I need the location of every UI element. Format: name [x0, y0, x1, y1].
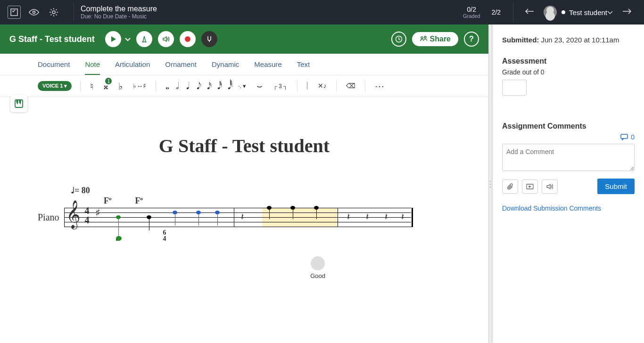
audio-icon[interactable] [158, 31, 174, 47]
score-canvas[interactable]: G Staff - Test student ♩= 80 Fo Fo Piano [0, 97, 488, 343]
submit-comment-button[interactable]: Submit [597, 179, 635, 194]
play-button[interactable] [105, 31, 121, 47]
graded-count: 0/2 [463, 6, 480, 13]
share-button[interactable]: Share [412, 32, 458, 46]
sixteenth-note-icon[interactable]: 𝅘𝅥𝅯 [206, 81, 208, 91]
tempo-marking: ♩= 80 [71, 185, 451, 196]
submission-preview: G Staff - Test student Share [0, 24, 488, 343]
half-note-icon[interactable]: 𝅗𝅥 [175, 81, 177, 91]
student-avatar[interactable] [544, 6, 557, 19]
tab-document[interactable]: Document [38, 60, 70, 68]
tuplet-icon[interactable]: ┌ 3 ┐ [272, 83, 288, 90]
graded-label: Graded [463, 13, 480, 19]
svg-point-5 [421, 37, 423, 39]
assignment-header: Complete the measure Due: No Due Date - … [81, 5, 157, 20]
sixtyfourth-note-icon[interactable]: 𝅘𝅥𝅱 [227, 81, 229, 91]
comment-textarea[interactable] [502, 144, 635, 171]
score-title: G Staff - Test student [38, 135, 451, 157]
chord-2: Fo [135, 196, 143, 206]
flat-icon[interactable]: ♭ [117, 81, 124, 92]
submitted-timestamp: Submitted: Jun 23, 2020 at 10:11am [502, 36, 635, 44]
record-button[interactable] [180, 31, 196, 47]
speech-recognition-icon[interactable] [542, 180, 558, 194]
key-signature-icon: ♯ [95, 207, 100, 219]
flat-app-bar: G Staff - Test student Share [0, 24, 488, 54]
assessment-header: Assessment [502, 57, 635, 65]
note[interactable] [116, 236, 122, 241]
history-icon[interactable] [391, 32, 406, 47]
media-comment-icon[interactable] [522, 180, 538, 194]
comments-header: Assignment Comments [502, 122, 635, 131]
assignment-subtitle: Due: No Due Date - Music [81, 13, 157, 20]
inline-comment-preview[interactable]: Good [310, 256, 325, 279]
double-sharp-icon[interactable]: 𝄪 1 [103, 81, 109, 91]
treble-clef-icon: 𝄞 [66, 200, 81, 229]
svg-point-1 [33, 11, 35, 14]
share-label: Share [430, 35, 451, 43]
svg-rect-0 [11, 9, 17, 16]
eighth-note-icon[interactable]: 𝅘𝅥𝅮 [196, 81, 198, 91]
tab-dynamic[interactable]: Dynamic [212, 60, 239, 68]
svg-rect-9 [621, 134, 627, 139]
insert-cursor-icon[interactable]: 𝄀 [306, 81, 308, 91]
prev-student-arrow[interactable] [525, 8, 534, 16]
panel-splitter[interactable] [488, 24, 492, 343]
download-comments-link[interactable]: Download Submission Comments [502, 204, 601, 212]
tab-note[interactable]: Note [85, 60, 100, 75]
comment-snippet: Good [310, 272, 325, 279]
chord-1: Fo [104, 196, 112, 206]
student-dropdown[interactable] [607, 8, 613, 16]
assignment-title[interactable]: Complete the measure [81, 5, 157, 13]
backspace-icon[interactable]: ⌫ [345, 82, 356, 90]
quarter-note-icon[interactable]: 𝅘𝅥 [185, 81, 187, 91]
next-student-arrow[interactable] [622, 8, 632, 16]
thirtysecond-note-icon[interactable]: 𝅘𝅥𝅰 [216, 81, 218, 91]
tie-icon[interactable]: ⌣ [256, 81, 264, 91]
dot-icon[interactable]: ∙. ▾ [237, 82, 247, 90]
grade-label: Grade out of 0 [502, 68, 635, 76]
commenter-avatar [311, 256, 325, 270]
tuning-fork-icon[interactable] [201, 31, 217, 47]
play-options-dropdown[interactable] [125, 35, 131, 43]
more-icon[interactable]: ⋯ [374, 81, 385, 92]
editor-tabs: Document Note Articulation Ornament Dyna… [0, 54, 488, 75]
time-signature: 44 [85, 206, 90, 225]
grade-input[interactable] [502, 80, 527, 96]
visibility-icon[interactable] [27, 6, 41, 19]
instrument-label: Piano [38, 212, 59, 223]
settings-gear-icon[interactable] [47, 6, 60, 19]
erase-note-icon[interactable]: ✕♪ [317, 82, 328, 90]
attach-file-icon[interactable] [502, 180, 518, 194]
voice-selector[interactable]: VOICE 1 ▾ [38, 81, 72, 91]
svg-point-2 [52, 11, 55, 14]
metronome-icon[interactable] [136, 31, 152, 47]
figured-bass: 64 [163, 229, 166, 242]
grading-panel: Submitted: Jun 23, 2020 at 10:11am Asses… [492, 24, 644, 343]
help-button[interactable]: ? [464, 32, 479, 47]
natural-icon[interactable]: ♮ [89, 81, 94, 92]
badge: 1 [105, 78, 112, 84]
tab-measure[interactable]: Measure [254, 60, 281, 68]
graded-counter: 0/2 Graded [463, 6, 480, 19]
status-dot-icon [561, 10, 565, 14]
enharmonic-toggle-icon[interactable]: ♭↔♯ [132, 82, 147, 90]
progress-counter: 2/2 [492, 8, 501, 16]
comment-count[interactable]: 0 [502, 133, 635, 141]
score-title-bar: G Staff - Test student [9, 34, 95, 44]
chord-symbols: Fo Fo [104, 196, 451, 206]
rubric-icon[interactable] [8, 6, 21, 19]
speedgrader-topbar: Complete the measure Due: No Due Date - … [0, 0, 644, 24]
tab-ornament[interactable]: Ornament [165, 60, 197, 68]
staff[interactable]: 𝄞 44 ♯ [64, 208, 413, 227]
tab-text[interactable]: Text [297, 60, 310, 68]
note-toolbar: VOICE 1 ▾ ♮ 𝄪 1 ♭ ♭↔♯ 𝅝 𝅗𝅥 𝅘𝅥 𝅘𝅥𝅮 𝅘𝅥𝅯 𝅘𝅥… [0, 75, 488, 97]
whole-note-icon[interactable]: 𝅝 [165, 81, 166, 91]
tab-articulation[interactable]: Articulation [115, 60, 150, 68]
student-name[interactable]: Test student [569, 8, 607, 16]
